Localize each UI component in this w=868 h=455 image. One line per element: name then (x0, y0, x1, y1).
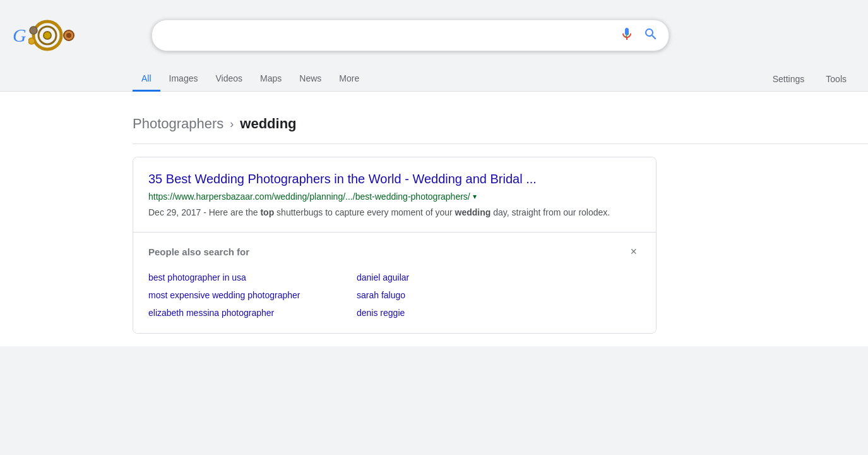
snippet-bold-wedding: wedding (455, 207, 491, 217)
snippet-bold-top: top (260, 207, 274, 217)
breadcrumb: Photographers › wedding (133, 104, 868, 144)
people-also-title: People also search for (148, 246, 249, 257)
logo-g-letter: G (13, 25, 27, 46)
svg-point-4 (28, 38, 35, 44)
result-dropdown-arrow[interactable]: ▾ (473, 192, 477, 201)
people-also-item-3[interactable]: sarah falugo (357, 286, 565, 304)
breadcrumb-photographers[interactable]: Photographers (133, 116, 223, 132)
doodle-svg (28, 13, 104, 58)
people-also-item-0[interactable]: best photographer in usa (148, 269, 357, 286)
tab-images[interactable]: Images (160, 67, 207, 92)
people-also-item-2[interactable]: most expensive wedding photographer (148, 286, 357, 304)
snippet-prefix: Dec 29, 2017 - Here are the (148, 207, 260, 217)
nav-tabs: All Images Videos Maps News More Setting… (0, 63, 868, 92)
tab-videos[interactable]: Videos (206, 67, 251, 92)
people-also-item-5[interactable]: denis reggie (357, 304, 565, 322)
google-doodle: G (13, 13, 104, 58)
tab-all[interactable]: All (133, 67, 160, 92)
people-also-section: People also search for × best photograph… (133, 232, 656, 333)
people-also-grid: best photographer in usa daniel aguilar … (148, 269, 565, 322)
result-card: 35 Best Wedding Photographers in the Wor… (133, 157, 657, 334)
nav-right: Settings Tools (764, 68, 868, 90)
result-snippet: Dec 29, 2017 - Here are the top shutterb… (148, 205, 641, 219)
people-also-item-4[interactable]: elizabeth messina photographer (148, 304, 357, 322)
tab-more[interactable]: More (330, 67, 368, 92)
result-title[interactable]: 35 Best Wedding Photographers in the Wor… (148, 170, 641, 188)
result-url-row: https://www.harpersbazaar.com/wedding/pl… (148, 191, 641, 202)
main-content: Photographers › wedding 35 Best Wedding … (0, 92, 868, 346)
microphone-icon[interactable] (619, 27, 634, 44)
header: G top wedding photographe (0, 0, 868, 92)
logo-area: G (13, 13, 139, 58)
breadcrumb-wedding: wedding (240, 116, 296, 132)
result-url: https://www.harpersbazaar.com/wedding/pl… (148, 191, 470, 202)
tab-maps[interactable]: Maps (251, 67, 290, 92)
people-also-close-button[interactable]: × (626, 244, 641, 260)
svg-point-2 (44, 32, 51, 39)
svg-point-6 (66, 33, 71, 38)
search-button[interactable] (643, 27, 658, 44)
svg-point-3 (30, 27, 37, 34)
tab-news[interactable]: News (290, 67, 330, 92)
search-input[interactable]: top wedding photographer (162, 29, 619, 42)
people-also-item-1[interactable]: daniel aguilar (357, 269, 565, 286)
search-bar: top wedding photographer (152, 20, 669, 51)
breadcrumb-arrow: › (230, 118, 234, 131)
people-also-header: People also search for × (148, 244, 641, 260)
search-icons (619, 27, 658, 44)
result-main: 35 Best Wedding Photographers in the Wor… (133, 157, 656, 232)
snippet-suffix: day, straight from our rolodex. (490, 207, 610, 217)
snippet-mid: shutterbugs to capture every moment of y… (274, 207, 455, 217)
tools-link[interactable]: Tools (817, 68, 855, 90)
settings-link[interactable]: Settings (764, 68, 814, 90)
header-top: G top wedding photographe (0, 8, 868, 63)
search-bar-wrapper: top wedding photographer (152, 20, 669, 51)
